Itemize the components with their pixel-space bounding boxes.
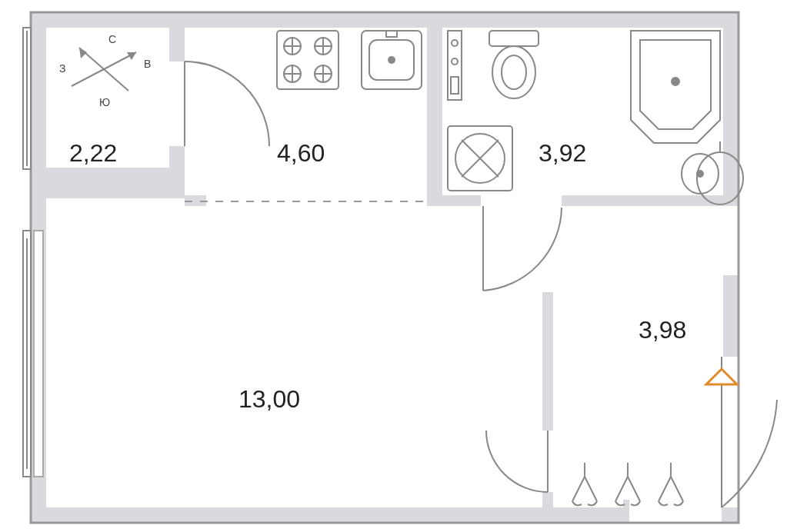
svg-point-48 (388, 57, 395, 63)
svg-rect-8 (169, 12, 185, 62)
svg-rect-4 (722, 507, 739, 523)
svg-rect-10 (427, 12, 442, 198)
svg-point-56 (502, 55, 526, 89)
compass-w: З (59, 62, 65, 75)
door-bathroom (483, 206, 562, 291)
svg-point-57 (672, 78, 679, 85)
svg-rect-7 (31, 168, 185, 198)
bathroom-panel-icon (448, 31, 462, 100)
area-balcony: 2,22 (69, 139, 117, 167)
toilet-icon (489, 31, 539, 98)
door-kitchen (185, 62, 269, 146)
svg-rect-1 (723, 12, 739, 188)
svg-rect-9 (169, 146, 185, 198)
area-hallway: 3,98 (639, 316, 686, 344)
stove-icon (277, 31, 338, 89)
svg-rect-53 (451, 77, 459, 94)
svg-line-30 (79, 48, 128, 91)
svg-point-63 (697, 171, 703, 177)
svg-rect-13 (427, 195, 481, 206)
shower-icon (631, 31, 720, 143)
balcony-window (23, 28, 31, 169)
entry-marker-icon (706, 369, 737, 384)
floor-plan: { "compass": { "n": "С", "e": "В", "s": … (0, 0, 787, 532)
svg-rect-3 (31, 507, 623, 523)
floor-plan-svg: С В Ю З (0, 0, 787, 532)
area-kitchen: 4,60 (277, 139, 325, 167)
living-window (23, 231, 43, 477)
svg-point-51 (452, 40, 458, 46)
compass-e: В (144, 58, 151, 70)
washing-machine-icon (448, 126, 512, 191)
area-bathroom: 3,92 (539, 139, 586, 167)
sink-icon (362, 31, 422, 89)
coat-hooks-icon (572, 463, 683, 505)
svg-rect-0 (31, 12, 739, 28)
svg-marker-32 (79, 48, 87, 58)
svg-rect-16 (542, 492, 553, 515)
svg-rect-49 (386, 31, 397, 37)
compass-n: С (108, 33, 116, 45)
compass-s: Ю (99, 96, 110, 108)
svg-point-52 (452, 58, 458, 65)
svg-rect-5 (31, 12, 46, 185)
door-living (486, 431, 548, 492)
compass-icon: С В Ю З (59, 33, 151, 108)
svg-point-55 (492, 46, 535, 98)
area-living: 13,00 (238, 385, 300, 413)
svg-rect-18 (623, 500, 629, 523)
svg-rect-54 (489, 31, 539, 46)
svg-rect-14 (562, 195, 739, 206)
svg-rect-28 (34, 231, 43, 477)
entry-door (706, 357, 777, 507)
svg-rect-15 (542, 292, 553, 431)
svg-rect-2 (723, 275, 739, 357)
